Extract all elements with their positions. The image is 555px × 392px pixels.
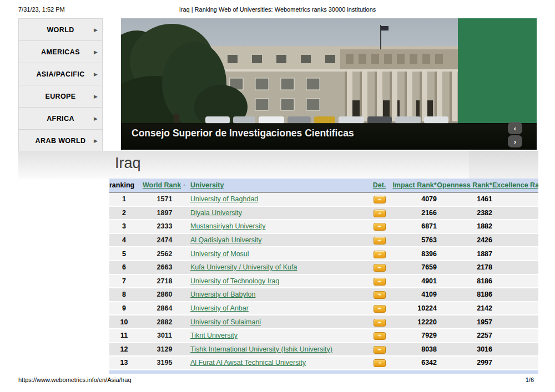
university-link[interactable]: University of Anbar	[190, 304, 249, 312]
cell-impact-rank: 8038	[392, 343, 437, 357]
cell-excellence-rank: 1946	[492, 247, 538, 261]
cell-university: University of Baghdad	[190, 192, 366, 206]
cell-university: Diyala University	[190, 206, 366, 220]
right-column-band	[469, 151, 538, 179]
carousel-prev-button[interactable]: ‹	[508, 122, 522, 134]
cell-details: ➜	[366, 247, 392, 261]
cell-world-rank: 2562	[139, 247, 190, 261]
cell-excellence-rank: 2771	[492, 329, 538, 343]
university-link[interactable]: Al Furat Al Awsat Technical University	[190, 359, 306, 366]
cell-details: ➜	[366, 343, 392, 357]
table-row: 32333Mustansiriyah University➜6871188219…	[109, 220, 538, 233]
details-button[interactable]: ➜	[374, 319, 386, 327]
cell-ranking: 9	[109, 302, 139, 315]
university-link[interactable]: Tishk International University (Ishik Un…	[190, 345, 332, 353]
cell-details: ➜	[366, 288, 392, 302]
details-arrow-icon: ➜	[377, 238, 381, 243]
cell-excellence-rank: 3346	[492, 356, 538, 370]
cell-ranking: 8	[109, 288, 139, 302]
table-row: 92864University of Anbar➜1022421421995	[109, 302, 538, 315]
table-row: 52562University of Mosul➜839618871946	[109, 247, 538, 261]
cell-details: ➜	[366, 261, 392, 274]
details-button[interactable]: ➜	[374, 237, 386, 245]
openness-rank-sort-link[interactable]: Openness Rank*	[437, 181, 492, 189]
university-link[interactable]: University of Sulaimani	[190, 318, 261, 326]
excellence-rank-sort-link[interactable]: Excellence Rank*	[492, 181, 538, 189]
details-button[interactable]: ➜	[374, 359, 386, 367]
cell-openness-rank: 1957	[437, 315, 492, 329]
ranking-table: ranking World Rank▲ University Det. Impa…	[109, 179, 538, 370]
cell-impact-rank: 7659	[392, 261, 437, 274]
table-row: 123129Tishk International University (Is…	[109, 343, 538, 357]
university-link[interactable]: Kufa University / University of Kufa	[190, 263, 297, 271]
university-link[interactable]: Diyala University	[190, 209, 242, 217]
cell-world-rank: 3195	[139, 356, 190, 370]
table-header-row: ranking World Rank▲ University Det. Impa…	[109, 179, 538, 192]
cell-openness-rank: 2257	[437, 329, 492, 343]
university-link[interactable]: University of Babylon	[190, 291, 255, 298]
cell-impact-rank: 4079	[392, 192, 437, 206]
details-button[interactable]: ➜	[374, 251, 386, 258]
carousel-next-button[interactable]: ›	[508, 135, 522, 147]
sidebar-item-asia-pacific[interactable]: ASIA/PACIFIC ▶	[18, 63, 103, 85]
cell-world-rank: 2663	[139, 261, 190, 274]
cell-openness-rank: 2178	[437, 261, 492, 274]
table-row: 21897Diyala University➜216623822518	[109, 206, 538, 220]
details-button[interactable]: ➜	[374, 196, 386, 203]
details-button[interactable]: ➜	[374, 305, 386, 313]
details-button[interactable]: ➜	[374, 291, 386, 299]
cell-openness-rank: 2997	[437, 356, 492, 370]
cell-university: University of Technology Iraq	[190, 274, 366, 288]
cell-impact-rank: 6871	[392, 220, 437, 233]
sidebar-item-africa[interactable]: AFRICA ▶	[18, 108, 103, 130]
sidebar-item-world[interactable]: WORLD ▶	[18, 19, 103, 41]
university-link[interactable]: Tikrit University	[190, 332, 238, 339]
submenu-arrow-icon: ▶	[94, 94, 98, 99]
details-button[interactable]: ➜	[374, 264, 386, 272]
details-arrow-icon: ➜	[377, 211, 381, 216]
sidebar-item-americas[interactable]: AMERICAS ▶	[18, 41, 103, 63]
table-row: 82860University of Babylon➜410981861612	[109, 288, 538, 302]
details-button[interactable]: ➜	[374, 278, 386, 286]
university-link[interactable]: Al Qadisiyah University	[190, 236, 262, 244]
cell-impact-rank: 5763	[392, 233, 437, 247]
print-title: Iraq | Ranking Web of Universities: Webo…	[0, 6, 555, 13]
university-link[interactable]: Mustansiriyah University	[190, 222, 265, 230]
sidebar-item-europe[interactable]: EUROPE ▶	[18, 85, 103, 108]
details-arrow-icon: ➜	[377, 333, 381, 339]
cell-world-rank: 1571	[139, 192, 190, 206]
col-header-openness: Openness Rank*	[437, 179, 492, 192]
carousel-controls: ‹ ›	[508, 122, 523, 149]
table-row: 42474Al Qadisiyah University➜57632426234…	[109, 233, 538, 247]
sidebar-item-arab-world[interactable]: ARAB WORLD ▶	[18, 130, 103, 152]
cell-ranking: 11	[109, 329, 139, 343]
university-link[interactable]: University of Baghdad	[190, 195, 258, 203]
university-link[interactable]: University of Technology Iraq	[190, 277, 279, 285]
sidebar-item-label: AMERICAS	[41, 48, 80, 56]
cell-ranking: 4	[109, 233, 139, 247]
details-arrow-icon: ➜	[377, 252, 381, 257]
university-sort-link[interactable]: University	[190, 181, 224, 189]
table-row: 113011Tikrit University➜792922572771	[109, 329, 538, 343]
cell-openness-rank: 1882	[437, 220, 492, 233]
cell-ranking: 13	[109, 356, 139, 370]
cell-details: ➜	[366, 192, 392, 206]
details-button[interactable]: ➜	[374, 346, 386, 354]
det-header-link[interactable]: Det.	[373, 181, 386, 189]
table-row: 62663Kufa University / University of Kuf…	[109, 261, 538, 274]
world-rank-sort-link[interactable]: World Rank	[143, 181, 181, 189]
details-button[interactable]: ➜	[374, 210, 386, 217]
cell-excellence-rank: 1272	[492, 274, 538, 288]
cell-university: University of Sulaimani	[190, 315, 366, 329]
impact-rank-sort-link[interactable]: Impact Rank*	[392, 181, 436, 189]
ranking-table-container: ranking World Rank▲ University Det. Impa…	[109, 179, 538, 374]
chevron-left-icon: ‹	[514, 124, 516, 133]
university-link[interactable]: University of Mosul	[190, 250, 249, 258]
details-button[interactable]: ➜	[374, 332, 386, 340]
col-header-world-rank: World Rank▲	[139, 179, 190, 192]
cell-openness-rank: 1887	[437, 247, 492, 261]
cell-university: Tishk International University (Ishik Un…	[190, 343, 366, 357]
cell-details: ➜	[366, 233, 392, 247]
details-button[interactable]: ➜	[374, 223, 386, 231]
cell-world-rank: 2718	[139, 274, 190, 288]
